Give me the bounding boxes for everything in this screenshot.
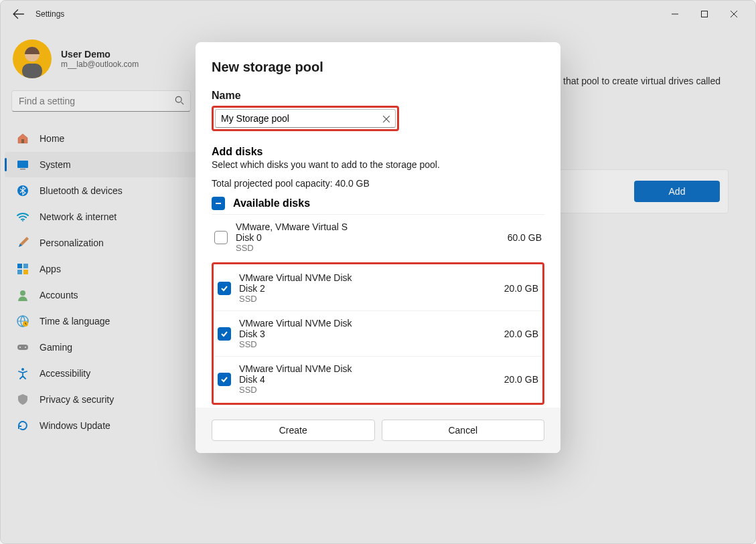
- disk-checkbox[interactable]: [218, 373, 231, 386]
- disk-name: VMware Virtual NVMe Disk: [239, 272, 496, 283]
- disk-size: 60.0 GB: [508, 232, 542, 243]
- dialog-backdrop: New storage pool Name Add disks Select w…: [1, 1, 755, 543]
- new-storage-pool-dialog: New storage pool Name Add disks Select w…: [196, 42, 560, 453]
- disk-type: SSD: [236, 243, 500, 253]
- disk-name: VMware Virtual NVMe Disk: [239, 318, 496, 329]
- disk-id: Disk 0: [236, 232, 500, 243]
- dialog-title: New storage pool: [212, 60, 544, 75]
- disk-name: VMware, VMware Virtual S: [236, 221, 500, 232]
- disk-name: VMware Virtual NVMe Disk: [239, 363, 496, 374]
- pool-name-input[interactable]: [215, 109, 396, 128]
- disk-type: SSD: [239, 385, 496, 395]
- available-disks-checkbox[interactable]: [212, 197, 225, 210]
- clear-icon[interactable]: [382, 114, 390, 126]
- disk-id: Disk 4: [239, 374, 496, 385]
- disk-size: 20.0 GB: [504, 329, 538, 339]
- disk-type: SSD: [239, 339, 496, 349]
- disk-row[interactable]: VMware Virtual NVMe Disk Disk 3 SSD 20.0…: [215, 310, 541, 356]
- disk-checkbox[interactable]: [214, 231, 228, 244]
- add-disks-title: Add disks: [212, 146, 544, 158]
- disk-checkbox[interactable]: [218, 282, 231, 295]
- projected-capacity: Total projected pool capacity: 40.0 GB: [212, 178, 544, 189]
- name-label: Name: [212, 90, 544, 102]
- disk-id: Disk 2: [239, 283, 496, 294]
- available-disks-label: Available disks: [233, 197, 310, 209]
- name-field-highlight: [212, 106, 399, 131]
- disk-row[interactable]: VMware Virtual NVMe Disk Disk 2 SSD 20.0…: [215, 266, 541, 310]
- create-button[interactable]: Create: [212, 420, 375, 441]
- disk-id: Disk 3: [239, 329, 496, 339]
- add-disks-desc: Select which disks you want to add to th…: [212, 159, 544, 170]
- selected-disks-highlight: VMware Virtual NVMe Disk Disk 2 SSD 20.0…: [212, 262, 544, 405]
- disk-row[interactable]: VMware Virtual NVMe Disk Disk 4 SSD 20.0…: [215, 356, 541, 401]
- cancel-button[interactable]: Cancel: [382, 420, 545, 441]
- disk-size: 20.0 GB: [504, 374, 538, 385]
- disk-type: SSD: [239, 294, 496, 304]
- disk-size: 20.0 GB: [504, 283, 538, 294]
- disk-checkbox[interactable]: [218, 327, 231, 341]
- disk-row[interactable]: VMware, VMware Virtual S Disk 0 SSD 60.0…: [212, 214, 544, 260]
